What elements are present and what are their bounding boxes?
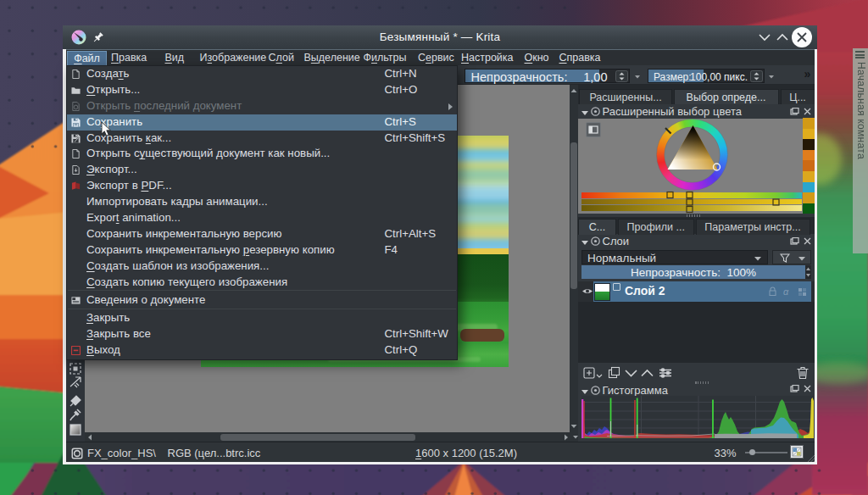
svg-text:α: α bbox=[783, 286, 789, 297]
